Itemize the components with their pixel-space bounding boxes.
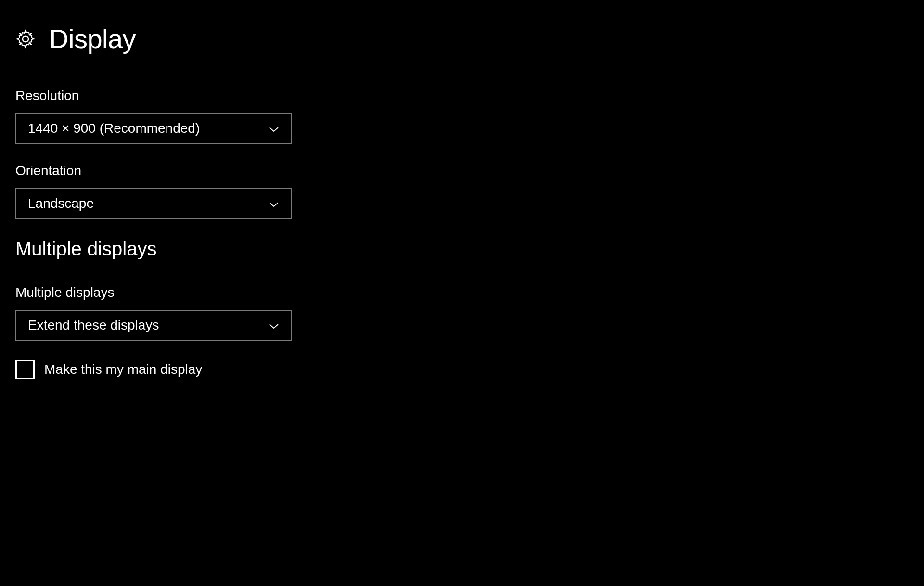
- main-display-checkbox[interactable]: [15, 360, 35, 379]
- chevron-down-icon: [269, 126, 279, 131]
- chevron-down-icon: [269, 322, 279, 328]
- resolution-value: 1440 × 900 (Recommended): [28, 121, 200, 136]
- gear-icon: [15, 29, 36, 49]
- multiple-displays-label: Multiple displays: [15, 285, 909, 300]
- multiple-displays-dropdown[interactable]: Extend these displays: [15, 310, 292, 341]
- resolution-dropdown[interactable]: 1440 × 900 (Recommended): [15, 113, 292, 144]
- svg-point-0: [23, 36, 28, 41]
- orientation-dropdown[interactable]: Landscape: [15, 188, 292, 219]
- chevron-down-icon: [269, 201, 279, 206]
- orientation-label: Orientation: [15, 163, 909, 178]
- main-display-checkbox-row: Make this my main display: [15, 360, 909, 379]
- multiple-displays-heading: Multiple displays: [15, 238, 909, 260]
- page-header: Display: [15, 23, 909, 54]
- multiple-displays-value: Extend these displays: [28, 318, 159, 333]
- page-title: Display: [49, 23, 136, 54]
- main-display-label: Make this my main display: [44, 362, 202, 377]
- orientation-value: Landscape: [28, 196, 94, 211]
- resolution-label: Resolution: [15, 88, 909, 103]
